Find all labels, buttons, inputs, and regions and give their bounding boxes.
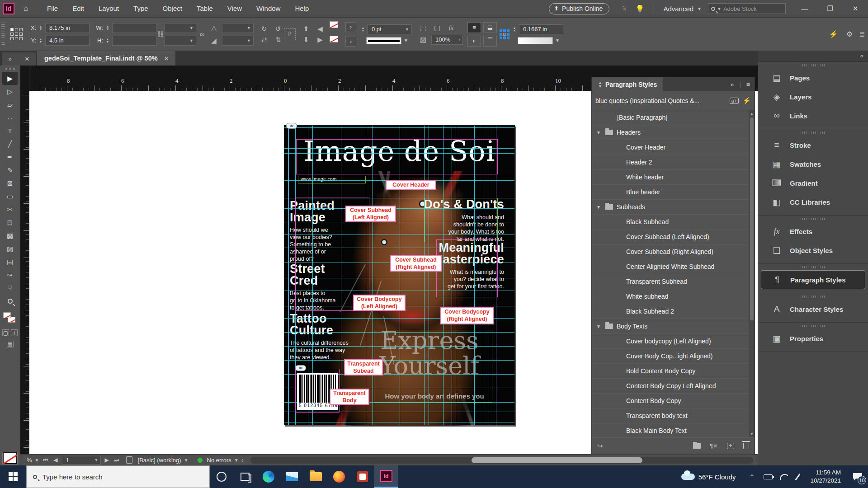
- create-new-style-icon[interactable]: [727, 443, 734, 449]
- horizontal-guide[interactable]: [284, 422, 514, 422]
- style-row[interactable]: White subhead: [592, 289, 755, 304]
- lightbulb-icon[interactable]: 💡: [632, 5, 647, 13]
- clear-overrides-icon[interactable]: ¶⨯: [710, 442, 718, 449]
- dock-item-swatches[interactable]: ▦Swatches: [761, 155, 865, 174]
- indesign-taskbar-button[interactable]: Id: [374, 465, 398, 488]
- y-stepper[interactable]: ▲▼: [38, 38, 43, 43]
- scroll-down-icon[interactable]: ▼: [749, 432, 755, 436]
- y-position-field[interactable]: 4.5 in: [45, 36, 90, 46]
- task-view-button[interactable]: [233, 465, 257, 488]
- fill-proxy-swatch[interactable]: [3, 312, 11, 318]
- style-group-row[interactable]: ▼Headers: [592, 125, 755, 140]
- style-group-row[interactable]: ▼Body Texts: [592, 319, 755, 334]
- styles-scrollbar[interactable]: ▲ ▼: [749, 110, 755, 437]
- dock-item-gradient[interactable]: Gradient: [761, 174, 865, 192]
- store-button[interactable]: [351, 465, 374, 488]
- opacity-field[interactable]: 100%›: [431, 35, 463, 45]
- line-tool[interactable]: ╱: [2, 137, 18, 150]
- paragraph-styles-tab[interactable]: ▲▼ Paragraph Styles: [592, 77, 663, 91]
- formatting-container-button[interactable]: ▢: [2, 329, 9, 336]
- firefox-button[interactable]: [327, 465, 351, 488]
- style-row[interactable]: [Basic Paragraph]: [592, 110, 755, 125]
- flip-horizontal-icon[interactable]: ⇄: [258, 36, 270, 44]
- stroke-style-dropdown[interactable]: [366, 37, 401, 44]
- zoom-tool[interactable]: [2, 295, 18, 308]
- battery-icon[interactable]: [764, 474, 773, 479]
- wrap-top-button[interactable]: ▔: [483, 36, 497, 47]
- width-field[interactable]: [112, 23, 156, 33]
- style-tag-cover-header[interactable]: Cover Header: [386, 180, 436, 190]
- menu-file[interactable]: File: [40, 0, 65, 17]
- panel-menu-icon[interactable]: ≡: [746, 81, 750, 88]
- note-tool[interactable]: ▤: [2, 255, 18, 268]
- preflight-icon[interactable]: [126, 456, 132, 464]
- dock-collapse-button[interactable]: «: [758, 51, 868, 62]
- gradient-dropdown[interactable]: [518, 37, 553, 44]
- style-override-icon[interactable]: a+: [730, 98, 739, 104]
- error-status[interactable]: No errors: [207, 457, 231, 464]
- select-container-icon[interactable]: ⬆: [300, 25, 312, 33]
- tools-drag-handle[interactable]: [5, 68, 15, 70]
- vertical-guide[interactable]: [288, 126, 289, 425]
- ruler-origin-corner[interactable]: [20, 66, 29, 91]
- quick-actions-icon[interactable]: ⚡: [829, 30, 838, 38]
- gradient-feather-tool[interactable]: ▨: [2, 242, 18, 255]
- x-position-field[interactable]: 8.175 in: [45, 23, 90, 33]
- edge-button[interactable]: [257, 465, 280, 488]
- menu-type[interactable]: Type: [126, 0, 156, 17]
- fill-stroke-proxy[interactable]: [3, 311, 17, 325]
- minimize-button[interactable]: —: [792, 0, 817, 17]
- text-frame-outline[interactable]: [296, 139, 498, 174]
- style-quick-apply-icon[interactable]: ⚡: [742, 97, 751, 105]
- last-page-button[interactable]: ⏭: [113, 457, 121, 463]
- rotate-cw-icon[interactable]: ↻: [258, 25, 270, 33]
- select-previous-icon[interactable]: ◀: [314, 25, 326, 33]
- tab-close-icon[interactable]: ✕: [164, 55, 169, 62]
- h-stepper[interactable]: ▲▼: [105, 38, 110, 43]
- show-hidden-icons[interactable]: ⌃: [744, 473, 760, 480]
- chevron-down-icon[interactable]: ▼: [596, 130, 602, 135]
- pencil-tool[interactable]: ✎: [2, 164, 18, 177]
- workspace-switcher[interactable]: Advanced ▼: [663, 5, 702, 13]
- dock-group-handle[interactable]: [758, 216, 868, 222]
- style-tag-transparent-body[interactable]: Transparent Body: [330, 389, 369, 405]
- fill-swatch-none[interactable]: [330, 21, 338, 28]
- style-row[interactable]: Black Main Body Text: [592, 423, 755, 437]
- w-stepper[interactable]: ▲▼: [105, 25, 110, 31]
- scale-y-field[interactable]: ▼: [165, 36, 196, 46]
- shear-field[interactable]: ▼: [222, 36, 254, 46]
- style-group-row[interactable]: ▼Subheads: [592, 200, 755, 215]
- menu-layout[interactable]: Layout: [91, 0, 126, 17]
- drop-shadow-icon[interactable]: ▢: [431, 24, 443, 32]
- adobe-stock-search[interactable]: ▼ Adobe Stock: [708, 3, 786, 14]
- horizontal-guide[interactable]: [284, 127, 514, 128]
- dock-item-stroke[interactable]: ≡Stroke: [761, 136, 865, 155]
- taskbar-search[interactable]: Type here to search: [26, 465, 210, 488]
- text-frame-outline[interactable]: [374, 330, 492, 403]
- mail-button[interactable]: [280, 465, 304, 488]
- vertical-ruler[interactable]: [20, 91, 29, 454]
- create-linked-style-icon[interactable]: ↪: [597, 442, 603, 450]
- style-row[interactable]: Cover Body Cop...ight Aligned): [592, 349, 755, 364]
- flip-vertical-icon[interactable]: ⇅: [272, 36, 284, 44]
- dock-item-character-styles[interactable]: ACharacter Styles: [761, 300, 865, 319]
- scrollbar-thumb[interactable]: [750, 117, 754, 320]
- document-tab[interactable]: gedeSoi_Template_Final.indt @ 50% ✕: [37, 51, 175, 66]
- page-number-field[interactable]: 1▼: [62, 456, 101, 465]
- style-row[interactable]: Cover Header: [592, 140, 755, 155]
- dock-group-handle[interactable]: [758, 264, 868, 270]
- scroll-left-icon[interactable]: ‹: [241, 456, 244, 464]
- next-page-button[interactable]: ▶: [104, 457, 110, 463]
- stroke-weight-stepper[interactable]: ▲▼: [361, 27, 365, 32]
- text-frame-outline[interactable]: [496, 126, 496, 426]
- constrain-proportions-icon[interactable]: ⛓: [156, 30, 165, 38]
- hand-tool[interactable]: ☟: [2, 282, 18, 295]
- style-tag-cover-bodycopy-left[interactable]: Cover Bodycopy (Left Aligned): [353, 295, 406, 311]
- home-icon[interactable]: ⌂: [18, 0, 33, 17]
- scissors-tool[interactable]: ✂: [2, 203, 18, 216]
- action-center-button[interactable]: 10: [847, 465, 868, 488]
- close-button[interactable]: ✕: [843, 0, 868, 17]
- direct-selection-tool[interactable]: ▷: [2, 85, 18, 98]
- selection-tool[interactable]: ▶: [2, 72, 18, 85]
- dock-item-layers[interactable]: ◈Layers: [761, 87, 865, 106]
